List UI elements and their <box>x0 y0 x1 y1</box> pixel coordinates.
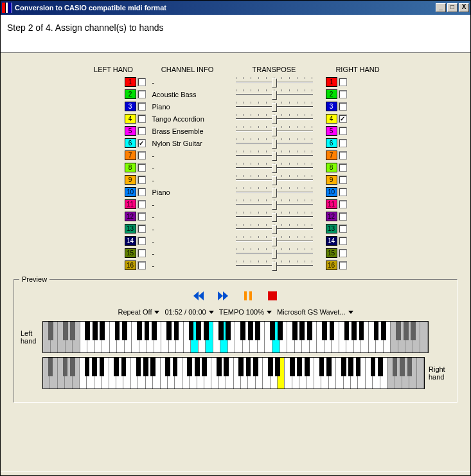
repeat-dropdown[interactable]: Repeat Off <box>118 308 159 316</box>
left-hand-checkbox[interactable] <box>138 200 146 208</box>
piano-black-key <box>100 322 105 340</box>
left-hand-checkbox[interactable] <box>138 127 146 135</box>
right-hand-checkbox[interactable] <box>339 224 347 233</box>
channel-row: 3 Piano 3 <box>82 100 390 113</box>
left-hand-checkbox[interactable] <box>138 163 146 172</box>
right-hand-checkbox[interactable] <box>339 200 347 208</box>
channel-number-right: 8 <box>326 163 337 172</box>
transpose-slider[interactable] <box>236 199 313 210</box>
left-hand-checkbox[interactable] <box>138 102 146 111</box>
left-hand-keyboard-row: Left hand <box>21 321 450 353</box>
piano-black-key <box>173 358 178 376</box>
channel-row: 15 - 15 <box>82 247 390 259</box>
device-dropdown[interactable]: Microsoft GS Wavet... <box>277 308 353 316</box>
right-hand-checkbox[interactable] <box>339 261 347 270</box>
left-hand-checkbox[interactable] <box>138 90 146 98</box>
channel-number-left: 3 <box>125 102 136 111</box>
tempo-dropdown[interactable]: TEMPO 100% <box>219 308 272 316</box>
preview-panel: Preview Repeat Off 01:52 / 00:00 TEMPO 1… <box>13 279 458 403</box>
right-hand-checkbox[interactable] <box>339 139 347 147</box>
right-hand-checkbox[interactable] <box>339 114 347 123</box>
header-transpose: TRANSPOSE <box>223 66 326 73</box>
left-hand-checkbox[interactable] <box>138 237 146 245</box>
piano-black-key <box>224 358 229 376</box>
left-hand-checkbox[interactable] <box>138 78 146 86</box>
left-hand-checkbox[interactable] <box>138 249 146 257</box>
footer-buttons: < Back Next > Finish Cancel <box>1 471 470 476</box>
right-hand-checkbox[interactable] <box>339 127 347 135</box>
piano-black-key <box>70 358 75 376</box>
transpose-slider[interactable] <box>236 151 313 161</box>
right-hand-checkbox[interactable] <box>339 90 347 98</box>
right-hand-checkbox[interactable] <box>339 151 347 160</box>
right-hand-checkbox[interactable] <box>339 176 347 184</box>
channel-row: 9 - 9 <box>82 174 390 186</box>
piano-black-key <box>238 358 244 376</box>
piano-black-key <box>202 358 207 376</box>
piano-black-key <box>344 322 350 340</box>
left-hand-checkbox[interactable] <box>138 212 146 221</box>
time-dropdown[interactable]: 01:52 / 00:00 <box>164 308 213 316</box>
right-hand-checkbox[interactable] <box>339 237 347 245</box>
transpose-slider[interactable] <box>236 236 313 246</box>
piano-black-key <box>115 322 120 340</box>
step-instruction: Step 2 of 4. Assign channel(s) to hands <box>1 15 470 53</box>
minimize-button[interactable]: _ <box>436 3 446 12</box>
maximize-button[interactable]: □ <box>447 3 458 12</box>
piano-black-key <box>189 322 194 340</box>
piano-black-key <box>341 358 346 376</box>
left-hand-checkbox[interactable] <box>138 188 146 196</box>
piano-black-key <box>292 322 298 340</box>
left-hand-checkbox[interactable] <box>138 224 146 233</box>
stop-button[interactable] <box>265 290 280 302</box>
channel-row: 7 - 7 <box>82 149 390 161</box>
transpose-slider[interactable] <box>236 77 313 87</box>
left-hand-checkbox[interactable] <box>138 151 146 160</box>
left-hand-checkbox[interactable] <box>138 261 146 270</box>
right-hand-checkbox[interactable] <box>339 163 347 172</box>
forward-button[interactable] <box>217 290 231 302</box>
right-hand-checkbox[interactable] <box>339 78 347 86</box>
left-hand-keyboard <box>42 321 429 353</box>
channel-info: Nylon Str Guitar <box>146 140 223 147</box>
close-button[interactable]: X <box>459 3 469 12</box>
left-hand-checkbox[interactable] <box>138 176 146 184</box>
transpose-slider[interactable] <box>236 212 313 222</box>
left-hand-checkbox[interactable] <box>138 139 146 147</box>
piano-black-key <box>351 322 357 340</box>
right-hand-checkbox[interactable] <box>339 188 347 196</box>
channel-number-right: 4 <box>326 114 337 124</box>
transpose-slider[interactable] <box>236 114 313 124</box>
piano-black-key <box>374 322 379 340</box>
piano-black-key <box>145 322 150 340</box>
transpose-slider[interactable] <box>236 224 313 234</box>
channel-number-left: 6 <box>125 138 136 148</box>
svg-marker-2 <box>218 291 223 300</box>
piano-black-key <box>137 322 142 340</box>
transpose-slider[interactable] <box>236 126 313 136</box>
piano-black-key <box>348 358 353 376</box>
header-left-hand: LEFT HAND <box>82 66 146 73</box>
piano-black-key <box>393 358 398 376</box>
piano-black-key <box>48 358 53 376</box>
channel-number-right: 16 <box>326 261 337 270</box>
transpose-slider[interactable] <box>236 248 313 259</box>
transpose-slider[interactable] <box>236 163 313 173</box>
rewind-button[interactable] <box>192 290 206 302</box>
channel-number-left: 8 <box>125 163 136 172</box>
channel-number-right: 11 <box>326 199 337 209</box>
piano-black-key <box>187 358 192 376</box>
piano-black-key <box>114 358 119 376</box>
transpose-slider[interactable] <box>236 138 313 149</box>
right-hand-checkbox[interactable] <box>339 212 347 221</box>
transpose-slider[interactable] <box>236 102 313 112</box>
transpose-slider[interactable] <box>236 187 313 197</box>
chevron-down-icon <box>154 311 159 314</box>
transpose-slider[interactable] <box>236 89 313 100</box>
transpose-slider[interactable] <box>236 175 313 185</box>
right-hand-checkbox[interactable] <box>339 249 347 257</box>
pause-button[interactable] <box>241 290 255 302</box>
right-hand-checkbox[interactable] <box>339 102 347 111</box>
transpose-slider[interactable] <box>236 261 313 271</box>
left-hand-checkbox[interactable] <box>138 114 146 123</box>
